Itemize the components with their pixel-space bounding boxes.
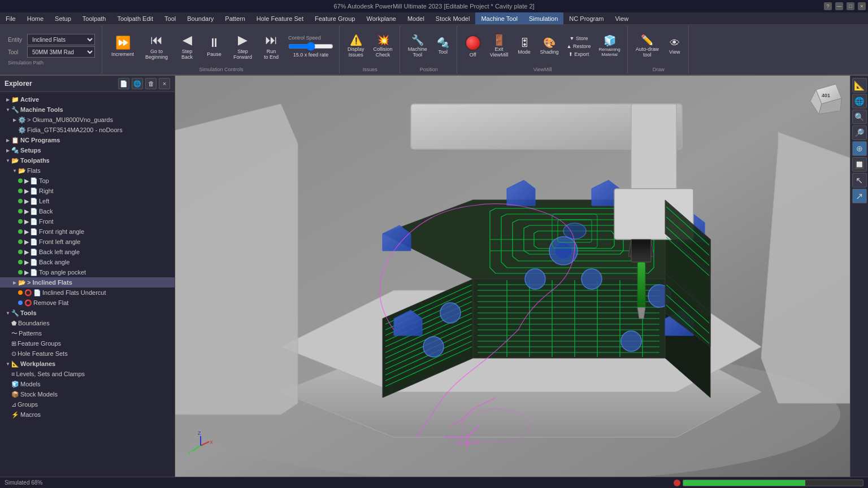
menu-pattern[interactable]: Pattern bbox=[219, 12, 250, 24]
tree-macros[interactable]: ⚡ Macros bbox=[0, 409, 175, 420]
mode-button[interactable]: 🎛 Mode bbox=[514, 36, 535, 56]
explorer-new-button[interactable]: 📄 bbox=[118, 78, 129, 89]
auto-draw-tool-button[interactable]: ✏️ Auto-drawtool bbox=[632, 33, 662, 59]
speed-slider[interactable] bbox=[288, 42, 333, 51]
tree-models[interactable]: 🧊 Models bbox=[0, 379, 175, 389]
rt-search-button[interactable]: ⊕ bbox=[852, 141, 867, 156]
tree-toolpaths[interactable]: ▼ 📂 Toolpaths bbox=[0, 155, 175, 165]
tree-machine-tools[interactable]: ▼ 🔧 Machine Tools bbox=[0, 104, 175, 115]
tree-hole-feature-sets[interactable]: ⊙ Hole Feature Sets bbox=[0, 348, 175, 359]
tree-setups[interactable]: ▶ 🔩 Setups bbox=[0, 145, 175, 155]
display-issues-button[interactable]: ⚠️ DisplayIssues bbox=[344, 33, 368, 59]
step-back-button[interactable]: ◀ StepBack bbox=[175, 30, 199, 62]
remaining-material-button[interactable]: 🧊 RemainingMaterial bbox=[595, 34, 623, 59]
view-cube[interactable]: 401 bbox=[808, 81, 844, 118]
tree-top-angle-pocket[interactable]: ▶ 📄 Top angle pocket bbox=[0, 267, 175, 277]
tree-levels-sets-clamps[interactable]: ≡ Levels, Sets and Clamps bbox=[0, 369, 175, 379]
rt-globe-button[interactable]: 🌐 bbox=[852, 94, 867, 108]
step-forward-button[interactable]: ▶ StepForward bbox=[229, 30, 257, 62]
tree-front-left-angle[interactable]: ▶ 📄 Front left angle bbox=[0, 237, 175, 247]
tree-back[interactable]: ▶ 📄 Back bbox=[0, 206, 175, 216]
menu-model[interactable]: Model bbox=[402, 12, 430, 24]
explorer-close-button[interactable]: × bbox=[159, 78, 170, 89]
viewport[interactable]: 401 X Z Y bbox=[175, 76, 850, 477]
pause-button[interactable]: ⏸ Pause bbox=[202, 33, 227, 59]
machine-tool-position-button[interactable]: 🔧 MachineTool bbox=[405, 33, 431, 59]
menu-tool[interactable]: Tool bbox=[159, 12, 181, 24]
exit-viewmill-button[interactable]: 🚪 ExitViewMill bbox=[487, 33, 512, 59]
entity-dropdown[interactable]: Inclined Flats bbox=[27, 34, 95, 45]
tree-stock-models[interactable]: 📦 Stock Models bbox=[0, 389, 175, 399]
tree-back-left-angle[interactable]: ▶ 📄 Back left angle bbox=[0, 247, 175, 257]
tree-boundaries[interactable]: ⬟ Boundaries bbox=[0, 318, 175, 328]
okuma-icon: ⚙️ bbox=[18, 116, 26, 124]
tree-feature-groups[interactable]: ⊞ Feature Groups bbox=[0, 338, 175, 348]
progress-stop-button[interactable] bbox=[674, 480, 680, 486]
minimize-button[interactable]: — bbox=[835, 2, 843, 10]
tree-inclined-flats-undercut[interactable]: ⭕ 📄 Inclined Flats Undercut bbox=[0, 287, 175, 298]
run-to-end-button[interactable]: ⏭ Runto End bbox=[259, 30, 284, 62]
fg-label: Feature Groups bbox=[18, 340, 61, 347]
menu-workplane[interactable]: Workplane bbox=[361, 12, 401, 24]
increment-button[interactable]: ⏩ Increment bbox=[107, 33, 138, 59]
tree-fidia[interactable]: ⚙️ Fidia_GTF3514MA2200 - noDoors bbox=[0, 125, 175, 135]
tree-okuma[interactable]: ▶ ⚙️ > Okuma_MU8000Vno_guards bbox=[0, 115, 175, 125]
tree-front-right-angle[interactable]: ▶ 📄 Front right angle bbox=[0, 226, 175, 237]
store-button[interactable]: ▼ Store bbox=[565, 35, 593, 42]
menu-feature-group[interactable]: Feature Group bbox=[309, 12, 361, 24]
menu-machine-tool[interactable]: Machine Tool bbox=[475, 12, 523, 24]
tree-left[interactable]: ▶ 📄 Left bbox=[0, 196, 175, 206]
rt-zoom-fit-button[interactable]: 🔍 bbox=[852, 110, 867, 124]
flats-label: Flats bbox=[27, 167, 41, 174]
close-button[interactable]: × bbox=[858, 2, 866, 10]
tree-nc-programs[interactable]: ▶ 📋 NC Programs bbox=[0, 135, 175, 145]
shading-button[interactable]: 🎨 Shading bbox=[537, 36, 562, 56]
export-button[interactable]: ⬆ Export bbox=[565, 51, 593, 58]
if-icon: 📂 bbox=[18, 279, 26, 286]
restore-button[interactable]: ▲ Restore bbox=[565, 43, 593, 50]
tool-position-button[interactable]: 🔩 Tool bbox=[433, 36, 453, 56]
off-button[interactable]: Off bbox=[462, 33, 484, 59]
tree-top[interactable]: ▶ 📄 Top bbox=[0, 176, 175, 186]
rt-zoom-button[interactable]: 🔎 bbox=[852, 125, 867, 140]
explorer-delete-button[interactable]: 🗑 bbox=[145, 78, 157, 89]
menu-stock-model[interactable]: Stock Model bbox=[430, 12, 476, 24]
tree-inclined-flats[interactable]: ▶ 📂 > Inclined Flats bbox=[0, 277, 175, 287]
rt-cursor1-button[interactable]: ↖ bbox=[852, 173, 867, 188]
menu-file[interactable]: File bbox=[0, 12, 21, 24]
view-button[interactable]: 👁 View bbox=[665, 36, 685, 56]
rt-cursor2-button[interactable]: ↗ bbox=[852, 189, 867, 203]
tree-workplanes[interactable]: ▼ 📐 Workplanes bbox=[0, 359, 175, 369]
tree-active[interactable]: ▶ 📁 Active bbox=[0, 94, 175, 104]
menu-home[interactable]: Home bbox=[21, 12, 49, 24]
menu-view[interactable]: View bbox=[609, 12, 634, 24]
tree-back-angle[interactable]: ▶ 📄 Back angle bbox=[0, 257, 175, 267]
menu-nc-program[interactable]: NC Program bbox=[563, 12, 609, 24]
auto-draw-icon: ✏️ bbox=[641, 35, 653, 45]
menu-toolpath[interactable]: Toolpath bbox=[77, 12, 112, 24]
okuma-arrow: ▶ bbox=[11, 116, 18, 123]
help-button[interactable]: ? bbox=[824, 2, 832, 10]
tool-dropdown[interactable]: 50MM 3MM Rad bbox=[27, 46, 95, 58]
menu-boundary[interactable]: Boundary bbox=[181, 12, 219, 24]
rt-frame-button[interactable]: 🔲 bbox=[852, 157, 867, 172]
tree-groups[interactable]: ⊿ Groups bbox=[0, 399, 175, 409]
nc-arrow: ▶ bbox=[5, 137, 11, 143]
tree-patterns[interactable]: 〜 Patterns bbox=[0, 328, 175, 338]
maximize-button[interactable]: □ bbox=[847, 2, 854, 10]
tree-tools[interactable]: ▼ 🔧 Tools bbox=[0, 308, 175, 318]
sim-controls-content: ⏩ Increment ⏮ Go toBeginning ◀ StepBack … bbox=[107, 27, 336, 66]
menu-hole-feature-set[interactable]: Hole Feature Set bbox=[251, 12, 309, 24]
tree-flats[interactable]: ▼ 📂 Flats bbox=[0, 165, 175, 176]
explorer-world-button[interactable]: 🌐 bbox=[132, 78, 143, 89]
menu-simulation[interactable]: Simulation bbox=[523, 12, 563, 24]
tree-remove-flat[interactable]: ⭕ Remove Flat bbox=[0, 298, 175, 308]
menu-setup[interactable]: Setup bbox=[49, 12, 77, 24]
rt-ruler-button[interactable]: 📐 bbox=[852, 78, 867, 93]
go-to-beginning-button[interactable]: ⏮ Go toBeginning bbox=[141, 30, 172, 62]
tree-right[interactable]: ▶ 📄 Right bbox=[0, 186, 175, 196]
draw-label: Draw bbox=[632, 66, 685, 72]
tree-front[interactable]: ▶ 📄 Front bbox=[0, 216, 175, 226]
collision-check-button[interactable]: 💥 CollisionCheck bbox=[370, 33, 396, 59]
menu-toolpath-edit[interactable]: Toolpath Edit bbox=[111, 12, 159, 24]
